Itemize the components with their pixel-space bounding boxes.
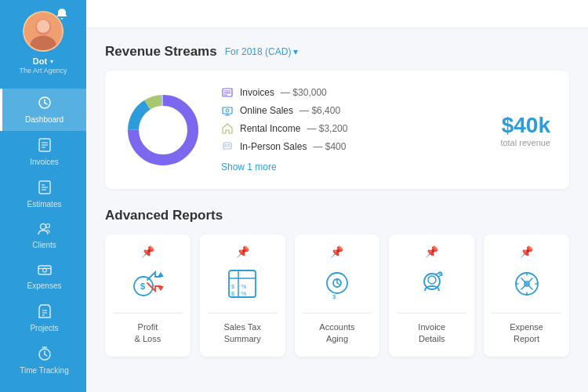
report-divider-4	[397, 313, 466, 314]
report-name-sales-tax: Sales TaxSummary	[223, 321, 261, 346]
svg-rect-32	[223, 107, 232, 114]
pin-icon-profit-loss: 📌	[141, 245, 154, 258]
report-divider-3	[303, 313, 372, 314]
report-card-expense-report[interactable]: 📌 ExpenseR	[484, 234, 569, 357]
period-chevron-icon: ▾	[293, 46, 298, 57]
svg-point-12	[45, 224, 49, 228]
svg-marker-42	[158, 272, 164, 277]
sidebar-item-estimates[interactable]: Estimates	[0, 173, 86, 216]
sidebar-header: Dot ▾ The Art Agency	[0, 0, 86, 82]
period-label: For 2018 (CAD)	[225, 46, 292, 57]
content-area: Revenue Streams For 2018 (CAD) ▾	[86, 28, 588, 372]
svg-rect-13	[38, 266, 51, 274]
svg-text:%: %	[241, 284, 246, 289]
sidebar-item-clients[interactable]: Clients	[0, 216, 86, 256]
svg-text:$: $	[140, 281, 145, 291]
pin-icon-invoice-details: 📌	[425, 245, 438, 258]
pin-icon-accounts-aging: 📌	[330, 245, 343, 258]
invoice-details-icon	[411, 263, 453, 305]
sidebar-item-estimates-label: Estimates	[27, 200, 62, 209]
user-info-row[interactable]: Dot ▾	[33, 56, 53, 66]
pin-icon-expense-report: 📌	[520, 245, 533, 258]
projects-icon	[38, 304, 51, 321]
legend-item-inperson: In-Person Sales — $400	[221, 140, 481, 153]
invoices-legend-icon	[221, 86, 234, 99]
svg-text:$: $	[231, 291, 234, 296]
svg-text:$: $	[231, 284, 234, 289]
total-label: total revenue	[500, 138, 550, 147]
period-selector[interactable]: For 2018 (CAD) ▾	[225, 46, 299, 57]
sales-tax-icon: $ $ % %	[221, 263, 263, 305]
svg-text:$: $	[332, 293, 336, 300]
dashboard-icon	[38, 96, 52, 113]
revenue-card: Invoices — $30,000 Online Sales — $6,400	[105, 71, 569, 189]
invoices-icon	[38, 138, 51, 155]
legend-item-rental: Rental Income — $3,200	[221, 122, 481, 135]
rental-legend-icon	[221, 122, 234, 135]
total-amount: $40k	[500, 113, 550, 138]
svg-point-5	[44, 102, 45, 103]
bell-icon[interactable]	[56, 8, 68, 20]
report-divider-5	[492, 313, 561, 314]
report-name-invoice-details: InvoiceDetails	[418, 321, 445, 346]
sidebar-item-more[interactable]: More	[0, 382, 86, 392]
sidebar-item-expenses[interactable]: Expenses	[0, 256, 86, 297]
svg-line-54	[337, 283, 339, 285]
reports-grid: 📌 $ Profit& Loss	[105, 234, 569, 357]
sidebar-item-dashboard[interactable]: Dashboard	[0, 89, 86, 131]
report-divider-2	[208, 313, 278, 314]
report-name-profit-loss: Profit& Loss	[135, 321, 162, 346]
report-card-profit-loss[interactable]: 📌 $ Profit& Loss	[105, 234, 191, 357]
sidebar-item-invoices[interactable]: Invoices	[0, 131, 86, 173]
legend-item-invoices: Invoices — $30,000	[221, 86, 481, 99]
sidebar-item-projects[interactable]: Projects	[0, 297, 86, 339]
total-revenue: $40k total revenue	[500, 113, 550, 147]
clients-icon	[38, 223, 52, 238]
report-card-sales-tax[interactable]: 📌 $ $ % % Sales TaxSummary	[200, 234, 285, 357]
inperson-legend-icon	[221, 140, 234, 153]
show-more-link[interactable]: Show 1 more	[221, 162, 277, 172]
revenue-streams-header: Revenue Streams For 2018 (CAD) ▾	[105, 44, 569, 60]
sidebar-item-invoices-label: Invoices	[30, 158, 59, 166]
advanced-reports-section: Advanced Reports 📌 $	[105, 208, 569, 357]
svg-marker-43	[158, 286, 164, 291]
estimates-icon	[38, 180, 51, 198]
more-icon	[38, 389, 52, 392]
profit-loss-icon: $	[126, 263, 169, 305]
svg-line-18	[45, 354, 47, 356]
svg-point-27	[141, 108, 185, 152]
revenue-legend: Invoices — $30,000 Online Sales — $6,400	[221, 86, 481, 173]
main-content: Revenue Streams For 2018 (CAD) ▾	[86, 0, 588, 392]
report-name-expense-report: ExpenseReport	[510, 321, 543, 346]
advanced-reports-header: Advanced Reports	[105, 208, 569, 223]
user-agency: The Art Agency	[19, 67, 67, 74]
svg-point-11	[40, 224, 45, 230]
pin-icon-sales-tax: 📌	[236, 245, 249, 258]
report-name-accounts-aging: AccountsAging	[319, 321, 354, 346]
svg-point-37	[225, 145, 227, 147]
accounts-aging-icon: $	[316, 263, 358, 305]
sidebar-nav: Dashboard Invoices	[0, 89, 86, 392]
chevron-down-icon: ▾	[50, 58, 53, 65]
sidebar-item-time-tracking[interactable]: Time Tracking	[0, 339, 86, 382]
sidebar: Dot ▾ The Art Agency Dashboard	[0, 0, 86, 392]
svg-point-3	[37, 20, 50, 33]
online-sales-legend-icon	[221, 104, 234, 117]
svg-point-35	[226, 109, 229, 112]
legend-item-online-sales: Online Sales — $6,400	[221, 104, 481, 117]
sidebar-item-expenses-label: Expenses	[27, 281, 62, 290]
expense-report-icon	[506, 263, 548, 305]
sidebar-item-time-tracking-label: Time Tracking	[20, 366, 68, 375]
time-tracking-icon	[38, 347, 52, 364]
revenue-streams-title: Revenue Streams	[105, 44, 217, 60]
sidebar-item-clients-label: Clients	[32, 241, 56, 249]
report-card-invoice-details[interactable]: 📌 InvoiceDetails	[389, 234, 474, 357]
sidebar-item-projects-label: Projects	[30, 324, 58, 332]
sidebar-item-dashboard-label: Dashboard	[25, 115, 64, 124]
top-bar	[86, 0, 588, 28]
avatar-container	[23, 11, 64, 52]
user-name: Dot	[33, 56, 47, 66]
advanced-reports-title: Advanced Reports	[105, 208, 223, 223]
svg-text:%: %	[241, 291, 246, 296]
report-card-accounts-aging[interactable]: 📌 $ AccountsAging	[295, 234, 380, 357]
